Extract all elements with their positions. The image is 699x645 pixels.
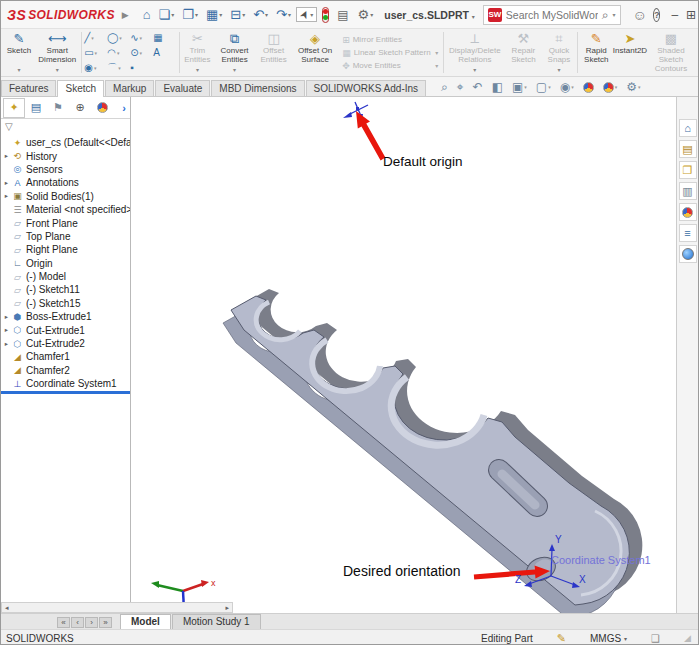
tree-item-cut-extrude2[interactable]: ▸⬡Cut-Extrude2 <box>1 337 130 350</box>
help-icon[interactable]: ? <box>653 8 661 22</box>
rollback-bar[interactable] <box>1 391 130 394</box>
tree-item-chamfer1[interactable]: ◢Chamfer1 <box>1 350 130 363</box>
custom-properties-icon[interactable]: ▥ <box>679 182 697 200</box>
scroll-left-icon[interactable]: ◂ <box>5 604 9 612</box>
select-cursor-icon[interactable]: ➤▾ <box>296 7 317 22</box>
design-library-icon[interactable]: ▤ <box>679 140 697 158</box>
menu-expand-icon[interactable]: ▶ <box>122 10 129 20</box>
tree-item-model[interactable]: ▱(-) Model <box>1 270 130 283</box>
minimize-icon[interactable]: – <box>671 8 678 22</box>
displaymanager-tab[interactable] <box>91 98 113 118</box>
expand-arrow-icon[interactable]: ▸ <box>2 192 11 200</box>
jump-to-start-icon[interactable]: « <box>57 617 70 628</box>
tab-sketch[interactable]: Sketch <box>57 80 104 97</box>
line-tool-icon[interactable]: ╱▾ <box>84 30 107 45</box>
expand-arrow-icon[interactable]: ▸ <box>2 313 11 321</box>
instant2d-button[interactable]: ➤ Instant2D <box>614 30 646 75</box>
tab-motion-study-1[interactable]: Motion Study 1 <box>172 614 261 629</box>
tree-item-sketch11[interactable]: ▱(-) Sketch11 <box>1 283 130 296</box>
tab-features[interactable]: Features <box>1 80 56 96</box>
expand-arrow-icon[interactable]: ▸ <box>2 179 11 187</box>
tree-item-boss-extrude1[interactable]: ▸⬢Boss-Extrude1 <box>1 310 130 323</box>
property-tab-builder-icon[interactable]: ≡ <box>679 224 697 242</box>
tree-item-user-cs-default-default-display-s[interactable]: ✦user_cs (Default<<Default>_Display S <box>1 136 130 149</box>
offset-entities-button[interactable]: ◫ Offset Entities <box>255 30 292 75</box>
edit-appearance-icon[interactable] <box>583 82 594 93</box>
mirror-entities-button[interactable]: ⊞ Mirror Entities <box>342 35 438 45</box>
tree-item-front-plane[interactable]: ▱Front Plane <box>1 216 130 229</box>
fillet-tool-icon[interactable]: ⌒▾ <box>107 60 130 75</box>
spline-tool-icon[interactable]: ∿▾ <box>130 30 153 45</box>
home-icon[interactable]: ⌂ <box>679 119 697 137</box>
open-icon[interactable]: ❐▾ <box>179 7 201 22</box>
appearances-icon[interactable] <box>679 203 697 221</box>
rapid-sketch-button[interactable]: ✎ Rapid Sketch <box>579 30 614 75</box>
unit-system-selector[interactable]: MMGS ▾ <box>590 633 627 644</box>
panel-flyout-icon[interactable]: › <box>122 102 128 114</box>
section-view-icon[interactable]: ◧ <box>492 81 503 93</box>
view-settings-icon[interactable]: ⚙▾ <box>626 81 640 93</box>
zoom-to-fit-icon[interactable]: ⌕ <box>441 81 448 93</box>
tree-item-sketch15[interactable]: ▱(-) Sketch15 <box>1 297 130 310</box>
view-orientation-icon[interactable]: ▣▾ <box>512 81 527 93</box>
tree-item-top-plane[interactable]: ▱Top Plane <box>1 230 130 243</box>
display-delete-relations-button[interactable]: ⟂ Display/Delete Relations▾ <box>445 30 505 75</box>
tab-evaluate[interactable]: Evaluate <box>155 80 210 96</box>
circle-tool-icon[interactable]: ◯▾ <box>107 30 130 45</box>
tab-solidworks-add-ins[interactable]: SOLIDWORKS Add-Ins <box>306 80 426 96</box>
tree-item-chamfer2[interactable]: ◢Chamfer2 <box>1 364 130 377</box>
point-tool-icon[interactable]: ▪ <box>130 60 153 75</box>
graphics-viewport[interactable]: Y X Z x z Default origin Desired orie <box>131 97 676 613</box>
new-document-icon[interactable]: ❏▾ <box>156 7 178 22</box>
display-style-icon[interactable]: ▢▾ <box>536 81 551 93</box>
filter-funnel-icon[interactable]: ▽ <box>5 121 13 132</box>
jump-to-end-icon[interactable]: » <box>99 617 112 628</box>
search-icon[interactable]: ⌕ <box>602 8 609 22</box>
comment-icon[interactable]: ❑ <box>651 633 660 644</box>
repair-sketch-button[interactable]: ⚒ Repair Sketch <box>505 30 542 75</box>
content-central-icon[interactable] <box>679 245 697 263</box>
play-icon[interactable]: › <box>85 617 98 628</box>
shaded-sketch-contours-button[interactable]: ▩ Shaded Sketch Contours <box>646 30 696 75</box>
file-explorer-icon[interactable]: ❐ <box>679 161 697 179</box>
ellipse-tool-icon[interactable]: ⊙▾ <box>130 45 153 60</box>
tree-item-origin[interactable]: ∟Origin <box>1 257 130 270</box>
featuremanager-tab[interactable]: ✦ <box>3 98 25 118</box>
tab-model[interactable]: Model <box>120 614 171 629</box>
arc-tool-icon[interactable]: ◠▾ <box>107 45 130 60</box>
sketch-button[interactable]: ✎ Sketch▾ <box>3 30 35 75</box>
user-account-icon[interactable]: ☺ <box>630 7 650 23</box>
undo-icon[interactable]: ↶▾ <box>250 7 271 22</box>
tree-horizontal-scrollbar[interactable]: ◂ ▸ <box>1 602 233 613</box>
tree-item-right-plane[interactable]: ▱Right Plane <box>1 243 130 256</box>
redo-icon[interactable]: ↷▾ <box>273 7 294 22</box>
apply-scene-icon[interactable]: ▾ <box>603 82 618 93</box>
slot-tool-icon[interactable]: ◉▾ <box>84 60 107 75</box>
tree-item-material-not-specified[interactable]: ☰Material <not specified> <box>1 203 130 216</box>
previous-view-icon[interactable]: ↶ <box>473 81 483 93</box>
linear-sketch-pattern-button[interactable]: ▦ Linear Sketch Pattern▾ <box>342 48 438 58</box>
search-options-caret-icon[interactable]: ▾ <box>613 11 616 18</box>
save-icon[interactable]: ▦▾ <box>203 7 225 22</box>
sketch-picture-tool-icon[interactable]: ▦ <box>153 30 176 45</box>
smart-dimension-button[interactable]: ⟷ Smart Dimension▾ <box>35 30 80 75</box>
move-entities-button[interactable]: ✥ Move Entities▾ <box>342 61 438 71</box>
tree-item-sensors[interactable]: ◎Sensors <box>1 163 130 176</box>
tree-item-annotations[interactable]: ▸AAnnotations <box>1 176 130 189</box>
home-icon[interactable]: ⌂ <box>140 7 154 22</box>
scroll-right-icon[interactable]: ▸ <box>225 604 229 612</box>
expand-arrow-icon[interactable]: ▸ <box>2 326 11 334</box>
offset-on-surface-button[interactable]: ◈ Offset On Surface <box>292 30 338 75</box>
task-list-icon[interactable]: ▤ <box>334 8 351 22</box>
tile-windows-icon[interactable]: ⊞ <box>686 8 696 22</box>
step-back-icon[interactable]: ‹ <box>71 617 84 628</box>
trim-entities-button[interactable]: ✂ Trim Entities▾ <box>181 30 214 75</box>
text-tool-icon[interactable]: A <box>153 45 176 60</box>
options-gear-icon[interactable]: ⚙▾ <box>355 7 377 22</box>
convert-entities-button[interactable]: ⧉ Convert Entities▾ <box>214 30 255 75</box>
hide-show-items-icon[interactable]: ◉▾ <box>560 81 574 93</box>
tab-mbd-dimensions[interactable]: MBD Dimensions <box>211 80 304 96</box>
quick-snaps-button[interactable]: ⌗ Quick Snaps▾ <box>542 30 576 75</box>
tab-markup[interactable]: Markup <box>105 80 154 96</box>
tree-item-history[interactable]: ▸⟲History <box>1 149 130 162</box>
